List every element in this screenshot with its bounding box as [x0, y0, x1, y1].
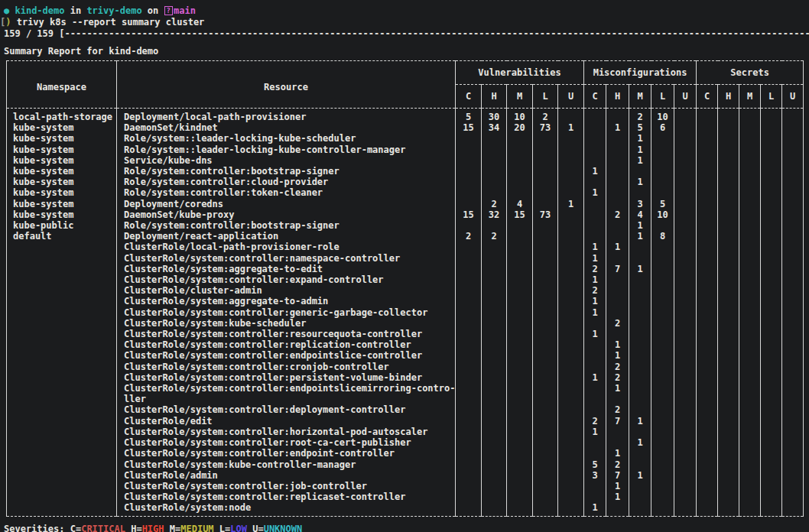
misconfig-low-column: 10 6 5 10 8	[651, 109, 674, 517]
severity-legend: Severities: C=CRITICAL H=HIGH M=MEDIUM L…	[0, 524, 809, 532]
misconfig-low-header: L	[651, 85, 674, 109]
namespace-column-values: local-path-storage kube-system kube-syst…	[7, 109, 117, 517]
legend-label-medium: MEDIUM	[180, 524, 213, 532]
command-line: [) trivy k8s --report summary cluster	[0, 17, 809, 28]
command-text: trivy k8s --report summary cluster	[11, 17, 204, 28]
shell-prompt-line: ● kind-demo in trivy-demo on ?main	[0, 5, 809, 17]
vuln-high-header: H	[482, 85, 507, 109]
secrets-unknown-column	[782, 109, 804, 517]
summary-report-table: Namespace Resource Vulnerabilities Misco…	[6, 60, 804, 517]
table-body-row: local-path-storage kube-system kube-syst…	[7, 109, 804, 517]
legend-key-critical: C=	[70, 524, 81, 532]
vuln-critical-column: 5 15 15 2	[456, 109, 482, 517]
legend-prefix: Severities:	[4, 524, 70, 532]
vuln-low-column: 2 73 73	[533, 109, 558, 517]
secrets-critical-header: C	[697, 85, 718, 109]
vuln-high-column: 30 34 2 32 2	[482, 109, 507, 517]
legend-key-high: H=	[125, 524, 142, 532]
misconfig-high-column: 1 2 1 7 2 1 1 2 2 1 2 7 1 2 7 1 1	[606, 109, 629, 517]
prompt-separator-in: in	[64, 5, 86, 16]
report-title: Summary Report for kind-demo	[0, 46, 809, 57]
secrets-critical-column	[697, 109, 718, 517]
vuln-low-header: L	[533, 85, 558, 109]
misconfig-unknown-header: U	[674, 85, 697, 109]
terminal-window: ● kind-demo in trivy-demo on ?main [) tr…	[0, 0, 809, 532]
legend-label-high: HIGH	[142, 524, 164, 532]
prompt-directory: kind-demo	[9, 5, 64, 16]
vuln-unknown-header: U	[558, 85, 584, 109]
prompt-separator-on: on	[142, 5, 164, 16]
legend-key-unknown: U=	[247, 524, 264, 532]
progress-label: 159 / 159 [	[4, 28, 64, 39]
secrets-medium-column	[739, 109, 761, 517]
column-group-secrets: Secrets	[697, 61, 804, 85]
secrets-high-column	[718, 109, 739, 517]
misconfig-medium-column: 2 5 1 1 1 1 3 4 1 1 1 1 1 1	[629, 109, 651, 517]
progress-line: 159 / 159 [-----------------------------…	[0, 28, 809, 40]
progress-bar: ----------------------------------------…	[64, 28, 809, 39]
misconfig-critical-header: C	[584, 85, 606, 109]
vuln-medium-column: 10 20 4 15	[507, 109, 533, 517]
secrets-low-header: L	[761, 85, 782, 109]
vuln-medium-header: M	[507, 85, 533, 109]
legend-label-low: LOW	[230, 524, 247, 532]
git-branch-icon: ?	[164, 6, 173, 15]
resource-column-values: Deployment/local-path-provisioner Daemon…	[117, 109, 456, 517]
misconfig-critical-column: 1 1 1 1 2 1 2 1 1 1 1 2 1 5 3 1	[584, 109, 606, 517]
vuln-unknown-column: 1 1	[558, 109, 584, 517]
vuln-critical-header: C	[456, 85, 482, 109]
secrets-medium-header: M	[739, 85, 761, 109]
legend-key-low: L=	[214, 524, 231, 532]
misconfig-high-header: H	[606, 85, 629, 109]
column-header-namespace: Namespace	[7, 61, 117, 109]
secrets-unknown-header: U	[782, 85, 804, 109]
secrets-low-column	[761, 109, 782, 517]
column-group-misconfigurations: Misconfigurations	[584, 61, 697, 85]
legend-label-critical: CRITICAL	[81, 524, 125, 532]
git-branch-name: main	[174, 5, 196, 16]
prompt-repo: trivy-demo	[86, 5, 141, 16]
secrets-high-header: H	[718, 85, 739, 109]
misconfig-medium-header: M	[629, 85, 651, 109]
misconfig-unknown-column	[674, 109, 697, 517]
legend-key-medium: M=	[164, 524, 181, 532]
legend-label-unknown: UNKNOWN	[264, 524, 303, 532]
column-group-vulnerabilities: Vulnerabilities	[456, 61, 584, 85]
column-header-resource: Resource	[117, 61, 456, 109]
